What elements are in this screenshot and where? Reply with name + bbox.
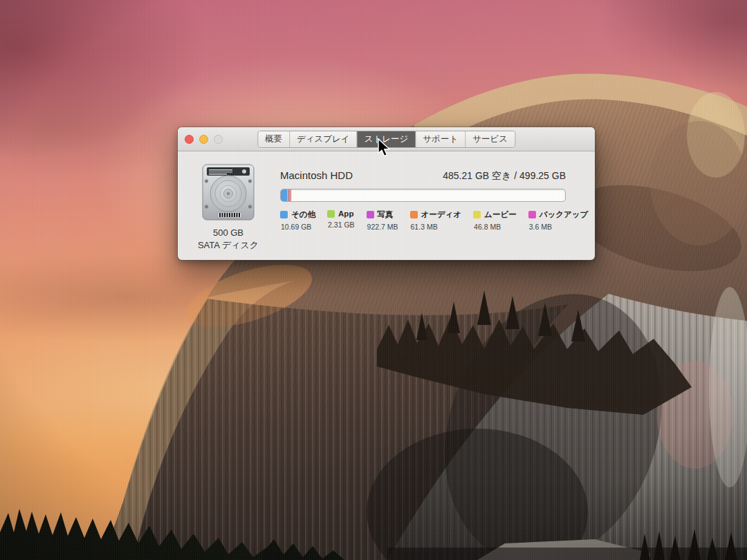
- legend-swatch-movies: [473, 211, 481, 218]
- legend-size: 922.7 MB: [367, 223, 398, 231]
- traffic-lights: [185, 127, 223, 151]
- legend-item-photos: 写真 922.7 MB: [367, 209, 398, 231]
- drive-details: Macintosh HDD 485.21 GB 空き / 499.25 GB そ…: [280, 151, 566, 231]
- tab-storage[interactable]: ストレージ: [358, 131, 416, 147]
- legend-item-other: その他 10.69 GB: [280, 209, 315, 231]
- legend-label: その他: [291, 209, 315, 220]
- zoom-button: [214, 135, 223, 144]
- storage-segment: [281, 189, 287, 201]
- storage-usage-bar: [280, 189, 566, 202]
- legend-item-apps: App 2.31 GB: [327, 209, 355, 231]
- drive-header: Macintosh HDD 485.21 GB 空き / 499.25 GB: [280, 169, 566, 183]
- legend-label: バックアップ: [540, 209, 589, 220]
- wallpaper-image: [0, 0, 747, 560]
- about-this-mac-window: 概要 ディスプレイ ストレージ サポート サービス: [178, 127, 595, 260]
- legend-swatch-audio: [410, 211, 418, 218]
- storage-segment: [290, 189, 291, 201]
- legend-swatch-apps: [327, 210, 335, 218]
- storage-legend: その他 10.69 GB App 2.31 GB 写真 922.7 MB オーデ…: [280, 209, 566, 231]
- tab-displays[interactable]: ディスプレイ: [290, 131, 358, 147]
- titlebar[interactable]: 概要 ディスプレイ ストレージ サポート サービス: [178, 127, 595, 151]
- tab-bar: 概要 ディスプレイ ストレージ サポート サービス: [257, 131, 515, 148]
- legend-label: オーディオ: [421, 209, 462, 220]
- legend-swatch-photos: [367, 211, 374, 218]
- hdd-icon: [201, 164, 255, 221]
- legend-size: 61.3 MB: [411, 223, 462, 231]
- legend-item-audio: オーディオ 61.3 MB: [410, 209, 462, 231]
- minimize-button[interactable]: [199, 135, 208, 144]
- legend-swatch-backups: [528, 211, 536, 218]
- storage-pane: 500 GB SATA ディスク Macintosh HDD 485.21 GB…: [178, 151, 595, 260]
- legend-label: App: [338, 209, 353, 218]
- drive-type-label: SATA ディスク: [178, 239, 279, 252]
- close-button[interactable]: [185, 135, 194, 144]
- drive-panel: 500 GB SATA ディスク: [178, 156, 279, 251]
- drive-capacity-label: 500 GB: [178, 227, 279, 239]
- legend-size: 2.31 GB: [328, 221, 355, 229]
- legend-label: ムービー: [484, 209, 517, 220]
- legend-label: 写真: [378, 209, 394, 220]
- drive-name: Macintosh HDD: [280, 169, 353, 181]
- desktop[interactable]: [0, 0, 747, 560]
- tab-service[interactable]: サービス: [465, 131, 515, 147]
- legend-size: 46.8 MB: [474, 223, 517, 231]
- tab-overview[interactable]: 概要: [258, 131, 290, 147]
- legend-item-movies: ムービー 46.8 MB: [473, 209, 517, 231]
- drive-free-space: 485.21 GB 空き / 499.25 GB: [443, 170, 566, 183]
- legend-swatch-other: [280, 211, 288, 218]
- tab-support[interactable]: サポート: [416, 131, 465, 147]
- legend-size: 10.69 GB: [281, 223, 315, 231]
- legend-size: 3.6 MB: [529, 223, 589, 231]
- legend-item-backups: バックアップ 3.6 MB: [528, 209, 589, 231]
